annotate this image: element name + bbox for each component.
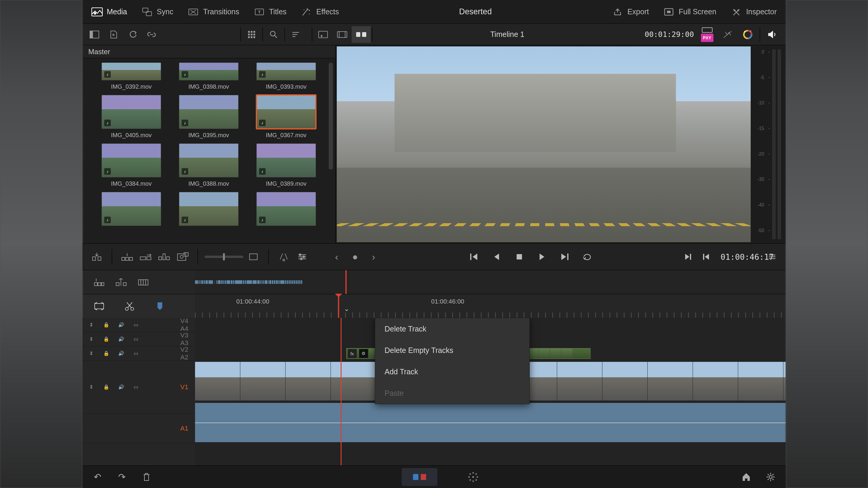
trim-icon[interactable]: [135, 275, 152, 289]
menu-effects[interactable]: Effects: [298, 5, 342, 19]
track-content-area[interactable]: fx ⚙ Delete TrackDelete Empty TracksAdd …: [195, 318, 786, 465]
sort-icon[interactable]: [286, 26, 305, 43]
media-clip[interactable]: ♪IMG_0405.mov: [101, 95, 161, 139]
media-clip[interactable]: ♪: [179, 192, 239, 226]
track-header-v1[interactable]: ⇕ 🔒 🔊 ▭ V1: [83, 361, 195, 414]
height-icon[interactable]: ⇕: [87, 320, 96, 330]
proxy-icon[interactable]: PXY: [698, 26, 717, 43]
video-icon[interactable]: ▭: [131, 382, 141, 392]
media-pool-breadcrumb[interactable]: Master: [83, 45, 335, 58]
prev-edit-icon[interactable]: [698, 249, 715, 265]
blade-icon[interactable]: [121, 299, 138, 313]
video-icon[interactable]: ▭: [131, 334, 141, 344]
menu-transitions[interactable]: Transitions: [185, 5, 242, 19]
page-cut-icon[interactable]: [402, 468, 437, 486]
sync-clips-icon[interactable]: [123, 26, 142, 43]
lock-icon[interactable]: 🔒: [101, 382, 111, 392]
go-start-icon[interactable]: [466, 249, 483, 265]
track-header-v4[interactable]: ⇕ 🔒 🔊 ▭ V4A4: [83, 318, 195, 332]
clip-a1[interactable]: [195, 403, 786, 442]
sliders-icon[interactable]: [294, 249, 311, 265]
stop-icon[interactable]: [511, 249, 528, 265]
media-clip[interactable]: ♪: [256, 192, 316, 226]
color-wheel-icon[interactable]: [738, 26, 757, 43]
media-clip[interactable]: ♪: [101, 192, 161, 226]
play-icon[interactable]: [534, 249, 550, 265]
media-clip[interactable]: ♪IMG_0393.mov: [256, 63, 316, 90]
video-icon[interactable]: ▭: [131, 349, 141, 358]
search-icon[interactable]: [264, 26, 283, 43]
jog-slider[interactable]: [205, 256, 243, 258]
height-icon[interactable]: ⇕: [87, 334, 96, 344]
page-deliver-icon[interactable]: [455, 468, 491, 486]
lock-icon[interactable]: 🔒: [101, 320, 111, 330]
nav-next-icon[interactable]: ›: [365, 249, 382, 265]
menu-fullscreen[interactable]: Full Screen: [660, 5, 719, 19]
media-clip[interactable]: ♪IMG_0384.mov: [101, 143, 161, 187]
nav-marker-icon[interactable]: ●: [347, 249, 364, 265]
track-header-v3[interactable]: ⇕ 🔒 🔊 ▭ V3A3: [83, 332, 195, 346]
timeline-overview[interactable]: [195, 270, 786, 294]
media-clip[interactable]: ♪IMG_0388.mov: [179, 143, 239, 187]
nav-prev-icon[interactable]: ‹: [329, 249, 345, 265]
smart-insert-icon[interactable]: [119, 249, 135, 265]
place-on-top-icon[interactable]: [245, 249, 262, 265]
menu-media[interactable]: Media: [88, 5, 130, 19]
trash-icon[interactable]: [140, 471, 153, 483]
edit-index-icon[interactable]: [91, 275, 107, 289]
gear-icon[interactable]: [764, 471, 777, 483]
insert-icon[interactable]: [88, 249, 105, 265]
speaker-icon[interactable]: 🔊: [117, 320, 126, 330]
undo-icon[interactable]: ↶: [91, 471, 104, 483]
transport-menu-icon[interactable]: [764, 249, 780, 265]
tools-icon[interactable]: [275, 249, 292, 265]
chevron-down-icon[interactable]: ⌄: [344, 305, 349, 313]
speaker-icon[interactable]: 🔊: [117, 349, 126, 358]
media-clip[interactable]: ♪IMG_0395.mov: [179, 95, 239, 139]
context-menu-item[interactable]: Delete Track: [375, 318, 529, 339]
viewer-frame[interactable]: [337, 46, 751, 242]
next-edit-icon[interactable]: [680, 249, 696, 265]
speaker-icon[interactable]: 🔊: [117, 382, 126, 392]
step-back-icon[interactable]: [488, 249, 505, 265]
media-clip[interactable]: ♪IMG_0398.mov: [179, 63, 239, 90]
height-icon[interactable]: ⇕: [87, 382, 96, 392]
media-clip[interactable]: ♪IMG_0367.mov: [256, 95, 316, 139]
context-menu-item[interactable]: Add Track: [375, 361, 529, 382]
marker-icon[interactable]: [152, 299, 168, 313]
redo-icon[interactable]: ↷: [116, 471, 128, 483]
ripple-overwrite-icon[interactable]: [156, 249, 173, 265]
append-icon[interactable]: [137, 249, 154, 265]
smart-edit-icon[interactable]: [113, 275, 129, 289]
speaker-icon[interactable]: 🔊: [117, 334, 126, 344]
link-icon[interactable]: [142, 26, 161, 43]
lock-icon[interactable]: 🔒: [101, 349, 111, 358]
lock-icon[interactable]: 🔒: [101, 334, 111, 344]
menu-export[interactable]: Export: [609, 5, 652, 19]
mute-icon[interactable]: [763, 26, 782, 43]
closeup-icon[interactable]: [174, 249, 191, 265]
menu-titles[interactable]: T Titles: [251, 5, 290, 19]
timeline-ruler[interactable]: 01:00:44:0001:00:46:00 ⌄: [195, 294, 786, 318]
timeline-name[interactable]: Timeline 1: [374, 30, 641, 39]
timeline-playhead[interactable]: [341, 318, 342, 465]
media-clip[interactable]: ♪IMG_0392.mov: [101, 63, 161, 90]
go-end-icon[interactable]: [556, 249, 573, 265]
import-icon[interactable]: [104, 26, 123, 43]
track-header-v2[interactable]: ⇕ 🔒 🔊 ▭ V2A2: [83, 346, 195, 361]
home-icon[interactable]: [740, 471, 752, 483]
source-view-icon[interactable]: [314, 26, 333, 43]
menu-sync[interactable]: Sync: [138, 5, 177, 19]
video-icon[interactable]: ▭: [131, 320, 141, 330]
grid-view-icon[interactable]: [242, 26, 261, 43]
bypass-icon[interactable]: [718, 26, 737, 43]
playhead[interactable]: [338, 294, 339, 318]
media-pool-scrollbar[interactable]: [329, 63, 333, 170]
track-header-a1[interactable]: A1: [83, 414, 195, 443]
context-menu-item[interactable]: Delete Empty Tracks: [375, 339, 529, 361]
loop-icon[interactable]: [579, 249, 595, 265]
dual-view-icon[interactable]: [352, 26, 371, 43]
select-mode-icon[interactable]: [91, 299, 107, 313]
sidebar-toggle-icon[interactable]: [85, 26, 104, 43]
media-clip[interactable]: ♪IMG_0389.mov: [256, 143, 316, 187]
